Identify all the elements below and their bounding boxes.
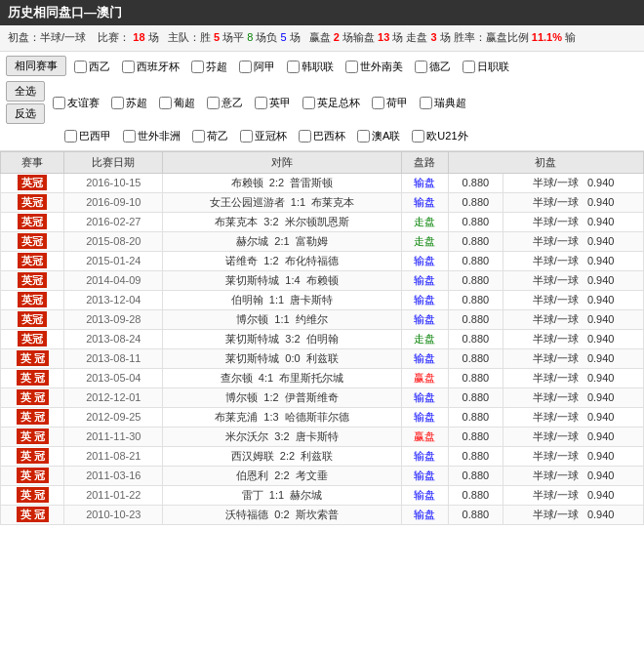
cell-handicap: 0.880 [448,231,503,251]
status-label[interactable]: 输盘 [414,274,435,286]
cell-handicap: 0.880 [448,466,503,485]
stats-labelend: 输 [565,31,576,43]
status-label[interactable]: 输盘 [414,509,435,520]
cell-league: 英冠 [1,231,64,251]
cell-date: 2013-12-04 [64,290,163,309]
cell-date: 2016-02-27 [64,212,163,231]
cell-status[interactable]: 赢盘 [401,368,448,387]
checkbox-shiwainem[interactable]: 世外南美 [345,60,403,74]
checkbox-ruidian[interactable]: 瑞典超 [420,96,466,110]
cell-status[interactable]: 赢盘 [401,427,448,446]
checkbox-hejia[interactable]: 荷甲 [372,96,408,110]
cell-initial: 半球/一球 0.940 [503,407,644,427]
status-label[interactable]: 走盘 [414,333,435,345]
cell-status[interactable]: 走盘 [401,329,448,348]
cell-match: 女王公园巡游者 1:1 布莱克本 [163,192,401,212]
checkbox-baxicup[interactable]: 巴西杯 [299,129,345,143]
cell-match: 布莱克浦 1:3 哈德斯菲尔德 [163,407,401,427]
checkbox-baxijia[interactable]: 巴西甲 [64,129,111,143]
cell-date: 2014-04-09 [64,270,163,290]
stats-label10: 场 走盘 [392,31,427,43]
checkbox-deyi[interactable]: 德乙 [415,60,451,74]
status-label[interactable]: 输盘 [414,450,435,462]
checkbox-hanzhi[interactable]: 韩职联 [287,60,334,74]
checkbox-heyi[interactable]: 荷乙 [192,129,228,143]
cell-initial: 半球/一球 0.940 [503,505,644,524]
cell-handicap: 0.880 [448,407,503,427]
cell-status[interactable]: 输盘 [401,407,448,427]
checkbox-sucao2[interactable]: 苏超 [111,96,147,110]
cell-status[interactable]: 输盘 [401,173,448,192]
cell-league: 英冠 [1,290,64,309]
checkbox-xiyi[interactable]: 西乙 [74,60,110,74]
checkbox-xibanyacup[interactable]: 西班牙杯 [122,60,180,74]
invert-button[interactable]: 反选 [6,103,45,124]
checkbox-ou21[interactable]: 欧U21外 [412,129,467,143]
filter-area: 相同赛事 西乙 西班牙杯 芬超 阿甲 韩职联 世外南美 德乙 日职联 全选 反选… [0,52,644,151]
status-label[interactable]: 输盘 [414,352,435,364]
checkbox-youyisai[interactable]: 友谊赛 [53,96,100,110]
cell-initial: 半球/一球 0.940 [503,173,644,192]
status-label[interactable]: 输盘 [414,255,435,266]
select-all-button[interactable]: 全选 [6,81,45,102]
cell-status[interactable]: 输盘 [401,309,448,329]
status-label[interactable]: 赢盘 [414,430,435,442]
cell-status[interactable]: 走盘 [401,212,448,231]
checkbox-ajia[interactable]: 阿甲 [239,60,275,74]
table-row: 英 冠 2012-09-25 布莱克浦 1:3 哈德斯菲尔德 输盘 0.880 … [1,407,644,427]
cell-status[interactable]: 输盘 [401,387,448,407]
checkbox-yingzucup[interactable]: 英足总杯 [302,96,360,110]
checkbox-sucao[interactable]: 芬超 [191,60,227,74]
status-label[interactable]: 输盘 [414,196,435,208]
checkbox-yingjia[interactable]: 英甲 [255,96,291,110]
status-label[interactable]: 输盘 [414,489,435,501]
status-label[interactable]: 输盘 [414,391,435,403]
checkbox-pucao[interactable]: 葡超 [159,96,195,110]
similar-matches-button[interactable]: 相同赛事 [6,56,66,76]
league-badge: 英 冠 [17,468,49,483]
cell-status[interactable]: 输盘 [401,270,448,290]
status-label[interactable]: 输盘 [414,411,435,423]
cell-match: 查尔顿 4:1 布里斯托尔城 [163,368,401,387]
checkbox-shiwaifeiz[interactable]: 世外非洲 [123,129,181,143]
cell-status[interactable]: 输盘 [401,192,448,212]
stats-label1: 初盘：半球/一球 [8,31,86,43]
cell-match: 布莱克本 3:2 米尔顿凯恩斯 [163,212,401,231]
league-badge: 英 冠 [17,389,49,405]
stats-label5: 场平 [222,31,244,43]
status-label[interactable]: 输盘 [414,469,435,481]
cell-league: 英 冠 [1,407,64,427]
checkbox-aolian[interactable]: 澳A联 [357,129,400,143]
cell-status[interactable]: 走盘 [401,231,448,251]
status-label[interactable]: 走盘 [414,235,435,247]
checkbox-yiyi[interactable]: 意乙 [207,96,243,110]
cell-status[interactable]: 输盘 [401,446,448,466]
cell-status[interactable]: 输盘 [401,485,448,505]
cell-initial: 半球/一球 0.940 [503,212,644,231]
cell-league: 英 冠 [1,348,64,368]
button-group-2: 全选 反选 [6,81,45,126]
table-row: 英冠 2013-12-04 伯明翰 1:1 唐卡斯特 输盘 0.880 半球/一… [1,290,644,309]
league-badge: 英冠 [18,194,47,210]
checkbox-rizhi[interactable]: 日职联 [463,60,509,74]
cell-date: 2011-11-30 [64,427,163,446]
cell-status[interactable]: 输盘 [401,290,448,309]
status-label[interactable]: 输盘 [414,177,435,188]
table-row: 英 冠 2013-08-11 莱切斯特城 0:0 利兹联 输盘 0.880 半球… [1,348,644,368]
status-label[interactable]: 输盘 [414,294,435,306]
status-label[interactable]: 输盘 [414,313,435,325]
status-label[interactable]: 赢盘 [414,372,435,384]
cell-status[interactable]: 输盘 [401,505,448,524]
cell-status[interactable]: 输盘 [401,466,448,485]
table-row: 英 冠 2011-08-21 西汉姆联 2:2 利兹联 输盘 0.880 半球/… [1,446,644,466]
cell-initial: 半球/一球 0.940 [503,368,644,387]
cell-status[interactable]: 输盘 [401,251,448,270]
league-badge: 英 冠 [17,507,49,522]
cell-initial: 半球/一球 0.940 [503,387,644,407]
cell-match: 赫尔城 2:1 富勒姆 [163,231,401,251]
cell-handicap: 0.880 [448,290,503,309]
checkbox-yachan[interactable]: 亚冠杯 [240,129,287,143]
league-badge: 英 冠 [17,350,49,366]
cell-status[interactable]: 输盘 [401,348,448,368]
status-label[interactable]: 走盘 [414,216,435,227]
